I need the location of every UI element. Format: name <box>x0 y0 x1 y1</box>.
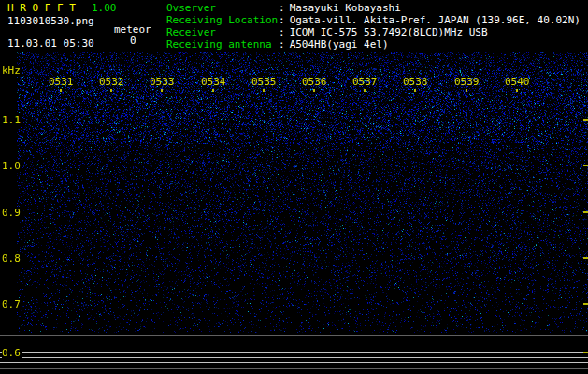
info-value: Masayuki Kobayashi <box>290 2 401 14</box>
meteor-count: 0 <box>130 35 136 47</box>
time-tick <box>263 89 265 92</box>
time-tick <box>414 89 416 92</box>
spectrogram-canvas <box>17 52 588 333</box>
observation-info: Ovserver : Masayuki Kobayashi Receiving … <box>166 2 581 50</box>
info-row-location: Receiving Location : Ogata-vill. Akita-P… <box>166 14 581 26</box>
info-label: Receiver <box>166 26 279 38</box>
freq-tick-label: 0.9 <box>2 207 22 219</box>
timestamp: 11.03.01 05:30 <box>7 37 94 50</box>
time-tick-label: 0534 <box>201 76 226 88</box>
level-baseline <box>0 352 588 353</box>
time-tick-label: 0540 <box>505 76 530 88</box>
freq-tick-right <box>583 211 588 213</box>
time-tick <box>60 89 62 92</box>
time-tick-label: 0535 <box>251 76 277 88</box>
output-filename: 1103010530.png <box>7 15 94 27</box>
time-tick-label: 0533 <box>150 76 175 88</box>
time-tick-label: 0538 <box>403 76 428 88</box>
info-colon: : <box>279 38 285 50</box>
level-gridline <box>0 368 588 369</box>
time-tick <box>161 89 163 92</box>
time-tick <box>466 89 467 92</box>
freq-tick-right <box>583 257 588 259</box>
info-row-observer: Ovserver : Masayuki Kobayashi <box>166 2 581 14</box>
time-tick-label: 0531 <box>49 76 74 88</box>
level-baseline <box>0 357 588 358</box>
app-version: 1.00 <box>92 2 117 14</box>
freq-axis-unit: kHz <box>2 65 22 77</box>
info-value: ICOM IC-575 53.7492(8LCD)MHz USB <box>290 26 488 38</box>
level-baseline <box>0 362 588 363</box>
freq-tick-label: 0.8 <box>2 252 22 265</box>
freq-tick-right <box>583 165 588 166</box>
time-tick <box>516 89 518 92</box>
info-value: Ogata-vill. Akita-Pref. JAPAN (139.96E, … <box>290 14 581 26</box>
time-tick <box>313 89 315 92</box>
time-tick-label: 0536 <box>302 76 327 88</box>
time-tick-label: 0539 <box>454 76 480 88</box>
time-tick-label: 0537 <box>352 76 378 88</box>
level-gridline <box>0 335 588 336</box>
freq-tick-label: 0.7 <box>2 298 22 310</box>
info-label: Ovserver <box>166 2 279 14</box>
freq-tick-right <box>583 119 588 121</box>
info-colon: : <box>279 2 285 14</box>
freq-tick-label: 1.0 <box>2 160 22 172</box>
time-tick-label: 0532 <box>99 76 124 88</box>
hrofft-window: H R O F F T 1.00 1103010530.png meteor 0… <box>0 0 588 374</box>
time-tick <box>110 89 112 92</box>
freq-tick-right <box>583 303 588 305</box>
info-colon: : <box>279 26 285 38</box>
info-value: A504HB(yagi 4el) <box>290 38 389 50</box>
app-title: H R O F F T <box>7 2 76 14</box>
freq-tick-label: 1.1 <box>2 114 22 126</box>
freq-tick-label: 0.6 <box>2 347 22 359</box>
freq-tick-right <box>583 352 588 353</box>
info-colon: : <box>279 14 285 26</box>
info-label: Receiving Location <box>166 14 279 26</box>
info-row-antenna: Receiving antenna : A504HB(yagi 4el) <box>166 38 581 50</box>
time-tick <box>364 89 366 92</box>
info-label: Receiving antenna <box>166 38 279 50</box>
info-row-receiver: Receiver : ICOM IC-575 53.7492(8LCD)MHz … <box>166 26 581 38</box>
time-tick <box>212 89 214 92</box>
